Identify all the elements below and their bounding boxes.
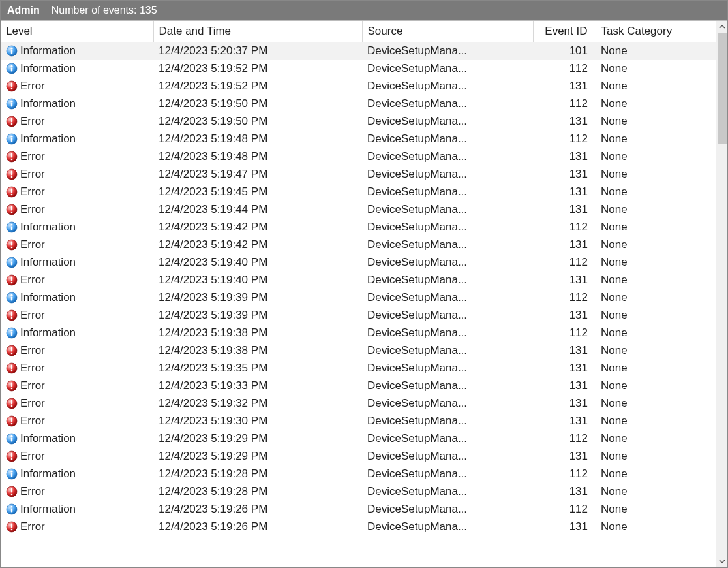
table-row[interactable]: Error12/4/2023 5:19:40 PMDeviceSetupMana…: [1, 272, 716, 289]
cell-task: None: [596, 219, 716, 236]
table-row[interactable]: Error12/4/2023 5:19:39 PMDeviceSetupMana…: [1, 307, 716, 324]
table-row[interactable]: Information12/4/2023 5:19:29 PMDeviceSet…: [1, 430, 716, 448]
vertical-scrollbar[interactable]: [716, 21, 727, 567]
cell-eventid: 131: [533, 113, 596, 131]
svg-rect-50: [11, 332, 12, 336]
error-icon: [6, 116, 18, 127]
cell-source: DeviceSetupMana...: [362, 254, 533, 272]
cell-source: DeviceSetupMana...: [362, 95, 533, 113]
scroll-up-arrow-icon[interactable]: [716, 21, 727, 33]
table-row[interactable]: Information12/4/2023 5:19:50 PMDeviceSet…: [1, 95, 716, 113]
cell-source: DeviceSetupMana...: [362, 166, 533, 183]
scroll-down-arrow-icon[interactable]: [716, 556, 727, 567]
cell-level: Error: [1, 483, 153, 501]
cell-datetime: 12/4/2023 5:19:26 PM: [153, 518, 362, 536]
cell-level: Information: [1, 465, 153, 483]
svg-rect-11: [11, 103, 12, 106]
svg-point-37: [11, 259, 13, 261]
cell-datetime: 12/4/2023 5:19:40 PM: [153, 254, 362, 272]
cell-source: DeviceSetupMana...: [362, 360, 533, 377]
level-label: Error: [20, 309, 45, 322]
cell-level: Information: [1, 219, 153, 236]
svg-rect-64: [11, 418, 12, 422]
cell-task: None: [596, 201, 716, 219]
level-label: Error: [20, 362, 45, 375]
level-label: Error: [20, 379, 45, 392]
column-header-datetime[interactable]: Date and Time: [153, 21, 362, 42]
svg-rect-2: [11, 50, 12, 54]
cell-eventid: 131: [533, 377, 596, 395]
table-row[interactable]: Error12/4/2023 5:19:50 PMDeviceSetupMana…: [1, 113, 716, 131]
cell-task: None: [596, 42, 716, 60]
table-row[interactable]: Information12/4/2023 5:19:38 PMDeviceSet…: [1, 324, 716, 342]
scroll-thumb[interactable]: [718, 33, 727, 144]
svg-rect-74: [11, 473, 12, 477]
svg-rect-13: [11, 118, 12, 123]
table-row[interactable]: Information12/4/2023 5:19:52 PMDeviceSet…: [1, 60, 716, 78]
cell-eventid: 131: [533, 236, 596, 254]
table-row[interactable]: Information12/4/2023 5:19:42 PMDeviceSet…: [1, 219, 716, 236]
cell-task: None: [596, 324, 716, 342]
cell-datetime: 12/4/2023 5:19:47 PM: [153, 166, 362, 183]
cell-eventid: 112: [533, 60, 596, 78]
cell-source: DeviceSetupMana...: [362, 131, 533, 148]
svg-point-59: [11, 388, 13, 390]
table-row[interactable]: Information12/4/2023 5:19:39 PMDeviceSet…: [1, 289, 716, 307]
svg-point-35: [11, 247, 13, 249]
table-row[interactable]: Information12/4/2023 5:20:37 PMDeviceSet…: [1, 42, 716, 60]
table-row[interactable]: Error12/4/2023 5:19:33 PMDeviceSetupMana…: [1, 377, 716, 395]
table-row[interactable]: Information12/4/2023 5:19:28 PMDeviceSet…: [1, 465, 716, 483]
cell-task: None: [596, 236, 716, 254]
cell-task: None: [596, 272, 716, 289]
table-row[interactable]: Error12/4/2023 5:19:48 PMDeviceSetupMana…: [1, 148, 716, 166]
column-header-source[interactable]: Source: [362, 21, 533, 42]
cell-level: Information: [1, 254, 153, 272]
cell-eventid: 131: [533, 360, 596, 377]
cell-task: None: [596, 448, 716, 465]
svg-point-8: [11, 88, 13, 90]
error-icon: [6, 450, 18, 462]
table-row[interactable]: Error12/4/2023 5:19:35 PMDeviceSetupMana…: [1, 360, 716, 377]
table-row[interactable]: Error12/4/2023 5:19:26 PMDeviceSetupMana…: [1, 518, 716, 536]
table-row[interactable]: Information12/4/2023 5:19:48 PMDeviceSet…: [1, 131, 716, 148]
column-header-task[interactable]: Task Category: [596, 21, 716, 42]
cell-datetime: 12/4/2023 5:19:38 PM: [153, 342, 362, 360]
column-header-eventid[interactable]: Event ID: [533, 21, 596, 42]
table-row[interactable]: Error12/4/2023 5:19:32 PMDeviceSetupMana…: [1, 395, 716, 413]
cell-eventid: 131: [533, 413, 596, 430]
level-label: Error: [20, 115, 45, 128]
table-row[interactable]: Error12/4/2023 5:19:38 PMDeviceSetupMana…: [1, 342, 716, 360]
cell-datetime: 12/4/2023 5:19:50 PM: [153, 113, 362, 131]
level-label: Error: [20, 80, 45, 93]
error-icon: [6, 239, 18, 251]
table-row[interactable]: Error12/4/2023 5:19:29 PMDeviceSetupMana…: [1, 448, 716, 465]
table-row[interactable]: Information12/4/2023 5:19:40 PMDeviceSet…: [1, 254, 716, 272]
svg-rect-44: [11, 296, 12, 300]
svg-point-20: [11, 159, 13, 161]
titlebar: Admin Number of events: 135: [1, 1, 727, 20]
cell-level: Error: [1, 78, 153, 95]
cell-datetime: 12/4/2023 5:19:39 PM: [153, 307, 362, 324]
table-row[interactable]: Error12/4/2023 5:19:42 PMDeviceSetupMana…: [1, 236, 716, 254]
error-icon: [6, 380, 18, 392]
svg-rect-70: [11, 453, 12, 458]
cell-task: None: [596, 254, 716, 272]
cell-task: None: [596, 307, 716, 324]
cell-source: DeviceSetupMana...: [362, 148, 533, 166]
level-label: Error: [20, 450, 45, 463]
svg-point-62: [11, 405, 13, 407]
event-table-wrap: Level Date and Time Source Event ID Task…: [1, 21, 716, 567]
column-header-row: Level Date and Time Source Event ID Task…: [1, 21, 716, 42]
table-row[interactable]: Error12/4/2023 5:19:52 PMDeviceSetupMana…: [1, 78, 716, 95]
cell-eventid: 112: [533, 95, 596, 113]
table-row[interactable]: Information12/4/2023 5:19:26 PMDeviceSet…: [1, 501, 716, 518]
table-row[interactable]: Error12/4/2023 5:19:28 PMDeviceSetupMana…: [1, 483, 716, 501]
cell-level: Information: [1, 42, 153, 60]
cell-level: Error: [1, 113, 153, 131]
table-row[interactable]: Error12/4/2023 5:19:45 PMDeviceSetupMana…: [1, 183, 716, 201]
table-row[interactable]: Error12/4/2023 5:19:30 PMDeviceSetupMana…: [1, 413, 716, 430]
table-row[interactable]: Error12/4/2023 5:19:47 PMDeviceSetupMana…: [1, 166, 716, 183]
column-header-level[interactable]: Level: [1, 21, 153, 42]
level-label: Error: [20, 168, 45, 181]
table-row[interactable]: Error12/4/2023 5:19:44 PMDeviceSetupMana…: [1, 201, 716, 219]
